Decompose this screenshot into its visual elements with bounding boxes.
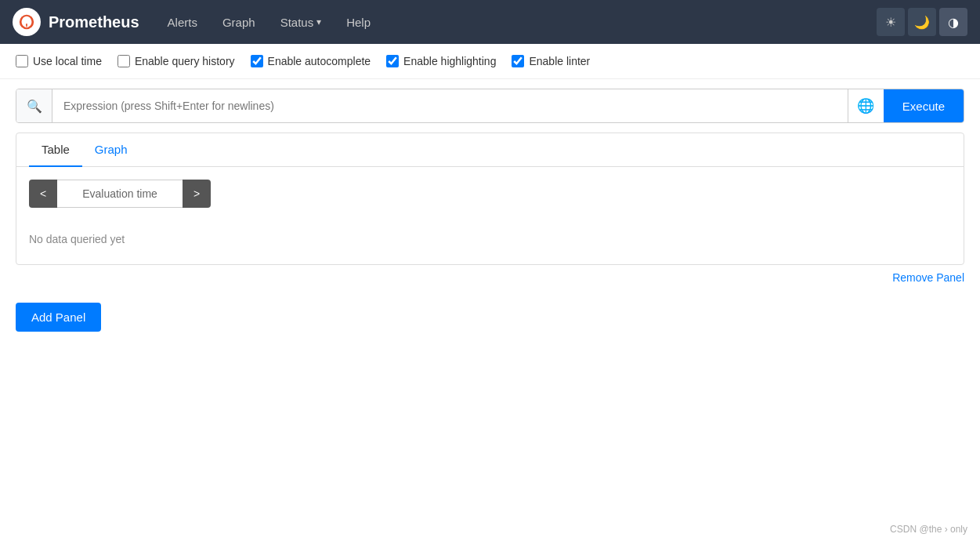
enable-highlighting-label[interactable]: Enable highlighting (386, 55, 496, 67)
enable-autocomplete-checkbox[interactable] (251, 55, 263, 67)
enable-query-history-checkbox[interactable] (118, 55, 130, 67)
globe-icon-button[interactable]: 🌐 (848, 89, 884, 122)
svg-point-1 (25, 20, 29, 24)
enable-query-history-text: Enable query history (135, 55, 235, 67)
eval-prev-button[interactable]: < (29, 180, 57, 208)
navbar: Prometheus Alerts Graph Status Help ☀ 🌙 … (0, 0, 980, 44)
options-bar: Use local time Enable query history Enab… (0, 44, 980, 79)
nav-alerts[interactable]: Alerts (158, 9, 207, 35)
nav-status[interactable]: Status (271, 9, 331, 35)
enable-autocomplete-label[interactable]: Enable autocomplete (251, 55, 371, 67)
nav-help[interactable]: Help (337, 9, 380, 35)
remove-panel-link[interactable]: Remove Panel (892, 271, 964, 284)
use-local-time-checkbox[interactable] (16, 55, 28, 67)
auto-theme-button[interactable]: ◑ (939, 8, 967, 36)
eval-next-button[interactable]: > (183, 180, 211, 208)
use-local-time-label[interactable]: Use local time (16, 55, 102, 67)
dark-theme-button[interactable]: 🌙 (908, 8, 936, 36)
enable-highlighting-checkbox[interactable] (386, 55, 399, 67)
theme-controls: ☀ 🌙 ◑ (877, 8, 967, 36)
brand-name: Prometheus (49, 13, 139, 31)
add-panel-button[interactable]: Add Panel (16, 303, 101, 332)
brand: Prometheus (13, 8, 139, 36)
nav-graph[interactable]: Graph (213, 9, 265, 35)
search-icon-button[interactable]: 🔍 (16, 89, 52, 122)
query-panel: Table Graph < Evaluation time > No data … (16, 133, 964, 265)
panel-body: < Evaluation time > No data queried yet (16, 167, 964, 264)
tab-table[interactable]: Table (29, 133, 82, 167)
no-data-message: No data queried yet (29, 220, 951, 252)
use-local-time-text: Use local time (33, 55, 102, 67)
light-theme-button[interactable]: ☀ (877, 8, 905, 36)
search-icon: 🔍 (27, 99, 42, 114)
enable-linter-checkbox[interactable] (512, 55, 524, 67)
add-panel-row: Add Panel (0, 290, 980, 344)
panel-tabs: Table Graph (16, 133, 964, 167)
enable-linter-text: Enable linter (529, 55, 590, 67)
globe-icon: 🌐 (857, 97, 874, 114)
execute-button[interactable]: Execute (884, 89, 964, 122)
enable-linter-label[interactable]: Enable linter (512, 55, 590, 67)
prometheus-logo (13, 8, 41, 36)
remove-panel-row: Remove Panel (0, 265, 980, 290)
expression-input[interactable] (52, 92, 848, 120)
enable-autocomplete-text: Enable autocomplete (268, 55, 371, 67)
tab-graph[interactable]: Graph (82, 133, 140, 167)
enable-query-history-label[interactable]: Enable query history (118, 55, 235, 67)
eval-time-row: < Evaluation time > (29, 180, 951, 208)
search-bar: 🔍 🌐 Execute (16, 89, 964, 123)
eval-time-display: Evaluation time (57, 180, 183, 208)
enable-highlighting-text: Enable highlighting (403, 55, 496, 67)
navbar-nav: Alerts Graph Status Help (158, 9, 858, 35)
